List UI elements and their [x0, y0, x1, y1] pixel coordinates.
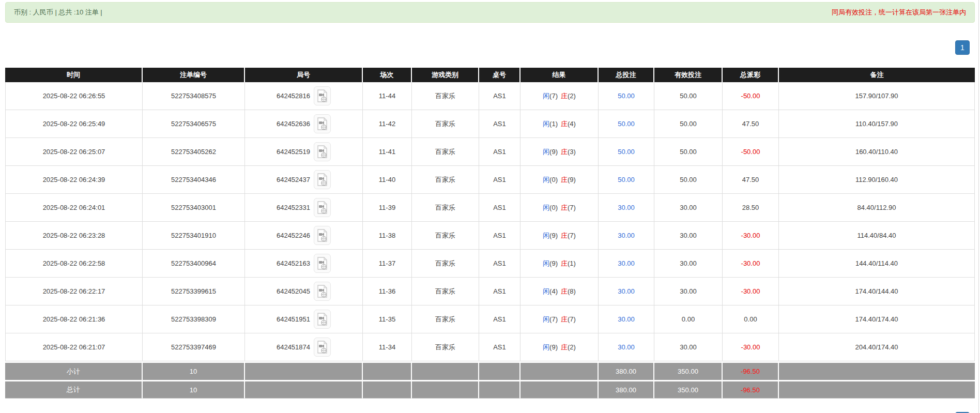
round-number: 642451874 [277, 343, 310, 351]
cell-session: 11-38 [363, 222, 412, 250]
round-number: 642451951 [277, 315, 310, 323]
video-replay-icon [315, 311, 329, 327]
round-number: 642452816 [277, 92, 310, 100]
total-bet-link[interactable]: 30.00 [618, 259, 635, 267]
session-number: 11-40 [379, 176, 395, 183]
column-header: 游戏类别 [412, 68, 479, 82]
cell-payout: -30.00 [723, 222, 779, 250]
total-cell [363, 380, 412, 399]
cell-session: 11-34 [363, 333, 412, 361]
total-bet-link[interactable]: 30.00 [618, 343, 635, 351]
cell-valid-bet: 50.00 [654, 82, 723, 110]
game-type: 百家乐 [435, 259, 455, 267]
bet-time: 2025-08-22 06:21:36 [43, 315, 105, 323]
cell-round-no: 642452816 [245, 82, 363, 110]
table-row: 2025-08-22 06:21:36 522753398309 6424519… [5, 305, 975, 333]
cell-table-no: AS1 [479, 82, 520, 110]
result-banker-label: 庄 [561, 92, 568, 100]
video-replay-button[interactable] [314, 198, 331, 217]
table-row: 2025-08-22 06:21:07 522753397469 6424518… [5, 333, 975, 361]
round-number: 642452163 [277, 259, 310, 267]
subtotal-cell [245, 361, 363, 380]
payout-amount: 28.50 [742, 204, 759, 211]
total-bet-link[interactable]: 30.00 [618, 204, 635, 211]
total-cell [412, 380, 479, 399]
result-player-label: 闲 [543, 315, 549, 323]
bet-id: 522753408575 [171, 92, 216, 100]
total-bet-link[interactable]: 50.00 [618, 176, 635, 183]
cell-time: 2025-08-22 06:23:28 [5, 222, 143, 250]
bet-id: 522753405262 [171, 148, 216, 156]
table-number: AS1 [493, 232, 506, 239]
total-cell: 380.00 [599, 380, 654, 399]
column-header: 有效投注 [654, 68, 723, 82]
cell-total-bet: 50.00 [599, 138, 654, 166]
cell-table-no: AS1 [479, 166, 520, 194]
payout-amount: -50.00 [741, 148, 760, 156]
cell-session: 11-37 [363, 250, 412, 278]
video-replay-button[interactable] [314, 170, 331, 189]
round-number: 642452519 [277, 148, 310, 156]
valid-bet-amount: 50.00 [680, 120, 697, 128]
video-replay-button[interactable] [314, 282, 331, 301]
video-replay-icon [315, 283, 329, 299]
cell-valid-bet: 30.00 [654, 333, 723, 361]
video-replay-button[interactable] [314, 114, 331, 133]
cell-result: 闲(1)庄(4) [520, 110, 599, 138]
cell-remark: 110.40/157.90 [779, 110, 975, 138]
cell-result: 闲(9)庄(1) [520, 250, 599, 278]
valid-bet-amount: 50.00 [680, 148, 697, 156]
cell-session: 11-36 [363, 278, 412, 305]
game-type: 百家乐 [435, 315, 455, 323]
cell-bet-id: 522753404346 [143, 166, 245, 194]
cell-payout: -30.00 [723, 333, 779, 361]
cell-payout: -50.00 [723, 138, 779, 166]
table-row: 2025-08-22 06:25:49 522753406575 6424526… [5, 110, 975, 138]
video-replay-button[interactable] [314, 254, 331, 273]
cell-table-no: AS1 [479, 138, 520, 166]
remark-text: 110.40/157.90 [855, 120, 898, 128]
cell-remark: 84.40/112.90 [779, 194, 975, 222]
cell-valid-bet: 30.00 [654, 278, 723, 305]
result-player-value: (4) [549, 287, 558, 295]
session-number: 11-44 [379, 92, 395, 100]
round-number: 642452246 [277, 232, 310, 239]
video-replay-button[interactable] [314, 142, 331, 161]
cell-session: 11-44 [363, 82, 412, 110]
column-header: 备注 [779, 68, 975, 82]
valid-bet-amount: 50.00 [680, 92, 697, 100]
result-player-value: (7) [549, 92, 558, 100]
cell-total-bet: 50.00 [599, 166, 654, 194]
total-bet-link[interactable]: 30.00 [618, 232, 635, 239]
page-button-1[interactable]: 1 [955, 40, 970, 55]
session-number: 11-34 [379, 343, 395, 351]
total-cell: 10 [143, 380, 245, 399]
currency-summary-text: 币别 : 人民币 | 总共 :10 注单 | [14, 8, 102, 17]
subtotal-cell: -96.50 [723, 361, 779, 380]
cell-time: 2025-08-22 06:25:49 [5, 110, 143, 138]
total-bet-link[interactable]: 50.00 [618, 148, 635, 156]
cell-round-no: 642452045 [245, 278, 363, 305]
result-player-value: (1) [549, 120, 558, 128]
session-number: 11-41 [379, 148, 395, 156]
result-banker-label: 庄 [561, 148, 568, 156]
table-row: 2025-08-22 06:24:39 522753404346 6424524… [5, 166, 975, 194]
total-bet-link[interactable]: 30.00 [618, 315, 635, 323]
total-bet-link[interactable]: 30.00 [618, 287, 635, 295]
cell-table-no: AS1 [479, 250, 520, 278]
result-player-label: 闲 [543, 148, 549, 156]
video-replay-icon [315, 339, 329, 355]
cell-payout: -50.00 [723, 82, 779, 110]
video-replay-button[interactable] [314, 86, 331, 105]
cell-total-bet: 50.00 [599, 82, 654, 110]
total-bet-link[interactable]: 50.00 [618, 92, 635, 100]
column-header: 注单编号 [143, 68, 245, 82]
cell-remark: 144.40/114.40 [779, 250, 975, 278]
payout-amount: -30.00 [741, 287, 760, 295]
result-banker-label: 庄 [561, 204, 568, 211]
video-replay-button[interactable] [314, 310, 331, 329]
video-replay-button[interactable] [314, 226, 331, 245]
video-replay-button[interactable] [314, 338, 331, 357]
cell-result: 闲(4)庄(8) [520, 278, 599, 305]
total-bet-link[interactable]: 50.00 [618, 120, 635, 128]
